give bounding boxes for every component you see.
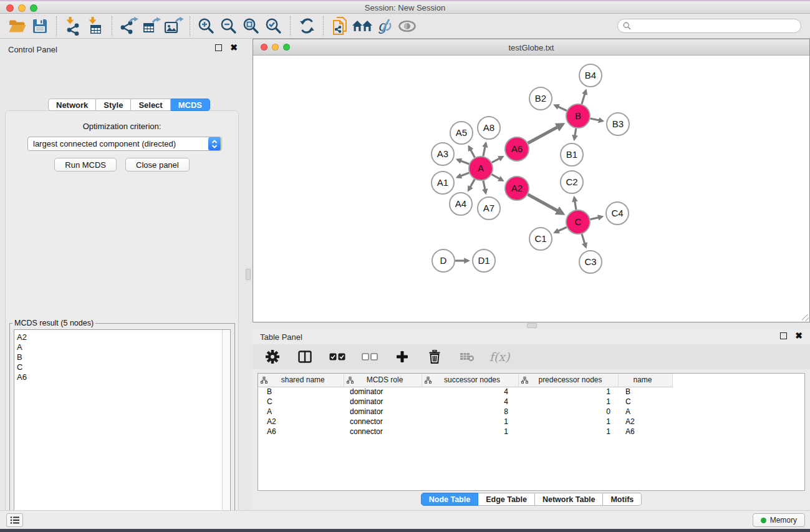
zoom-in-icon[interactable] — [195, 16, 218, 37]
export-network-icon[interactable] — [117, 16, 140, 37]
close-table-panel-icon[interactable]: ✖ — [795, 332, 803, 339]
table-cell[interactable]: B — [618, 387, 672, 397]
table-cell[interactable]: A — [258, 407, 344, 417]
table-cell[interactable]: B — [258, 387, 344, 397]
deselect-all-icon[interactable] — [361, 346, 378, 367]
tab-edge-table[interactable]: Edge Table — [478, 493, 535, 506]
network-file-icon[interactable] — [329, 16, 351, 37]
graph-edge-C-C2[interactable] — [574, 198, 576, 210]
result-item[interactable]: C — [17, 362, 230, 372]
table-cell[interactable]: A6 — [618, 427, 672, 437]
result-item[interactable]: A6 — [17, 372, 230, 382]
table-cell[interactable]: connector — [344, 417, 422, 427]
mcds-result-list[interactable]: A2ABCA6 — [14, 329, 231, 528]
table-row[interactable]: Adominator80A — [258, 407, 805, 417]
graph-edge-A-A7[interactable] — [483, 181, 486, 193]
graph-edge-A-A4[interactable] — [468, 179, 475, 190]
split-columns-icon[interactable] — [296, 346, 314, 367]
table-cell[interactable]: A2 — [618, 417, 672, 427]
close-panel-button[interactable]: Close panel — [125, 158, 190, 172]
result-list-scrollbar[interactable] — [222, 330, 230, 527]
float-panel-icon[interactable] — [215, 44, 222, 51]
table-cell[interactable]: dominator — [344, 397, 422, 407]
column-header-shared-name[interactable]: shared name — [258, 374, 344, 387]
column-header-MCDS-role[interactable]: MCDS role — [344, 374, 422, 387]
memory-button[interactable]: Memory — [753, 513, 805, 527]
graph-edge-A-A3[interactable] — [457, 160, 469, 164]
node-table[interactable]: shared nameMCDS rolesuccessor nodesprede… — [258, 374, 805, 437]
table-cell[interactable]: 1 — [518, 387, 618, 397]
table-cell[interactable]: C — [618, 397, 672, 407]
table-row[interactable]: Cdominator41C — [258, 397, 805, 407]
table-cell[interactable]: 1 — [422, 417, 518, 427]
tab-node-table[interactable]: Node Table — [421, 493, 478, 506]
table-row[interactable]: A2connector11A2 — [258, 417, 805, 427]
task-history-button[interactable] — [6, 513, 23, 527]
save-session-icon[interactable] — [29, 16, 51, 37]
table-cell[interactable]: 1 — [422, 427, 518, 437]
column-header-predecessor-nodes[interactable]: predecessor nodes — [518, 374, 618, 387]
export-table-icon[interactable] — [140, 16, 162, 37]
search-field[interactable] — [617, 19, 801, 33]
delete-table-icon[interactable] — [458, 346, 476, 367]
table-cell[interactable]: dominator — [344, 387, 422, 397]
table-cell[interactable]: 4 — [422, 387, 518, 397]
import-network-icon[interactable] — [62, 16, 84, 37]
gene-annotation-icon[interactable]: g — [374, 16, 396, 37]
tab-network[interactable]: Network — [48, 99, 96, 111]
graph-edge-B-B3[interactable] — [591, 118, 603, 121]
graph-edge-B-B4[interactable] — [582, 90, 586, 104]
table-row[interactable]: Bdominator41B — [258, 387, 805, 397]
resize-grip-icon[interactable] — [802, 314, 809, 321]
table-cell[interactable]: C — [258, 397, 344, 407]
graph-edge-C-C3[interactable] — [582, 234, 586, 247]
export-image-icon[interactable] — [162, 16, 185, 37]
graph-edge-A-A2[interactable] — [492, 175, 503, 181]
tab-network-table[interactable]: Network Table — [535, 493, 604, 506]
delete-icon[interactable] — [426, 346, 443, 367]
add-column-icon[interactable] — [393, 346, 411, 367]
zoom-fit-icon[interactable] — [240, 16, 263, 37]
vertical-split-divider[interactable] — [244, 39, 253, 510]
tab-mcds[interactable]: MCDS — [171, 99, 210, 111]
eye-icon[interactable] — [396, 16, 418, 37]
table-cell[interactable]: 1 — [518, 427, 618, 437]
table-cell[interactable]: A — [618, 407, 672, 417]
graph-edge-C-C1[interactable] — [555, 227, 567, 233]
import-table-icon[interactable] — [84, 16, 107, 37]
zoom-out-icon[interactable] — [218, 16, 240, 37]
table-cell[interactable]: 8 — [422, 407, 518, 417]
table-row[interactable]: A6connector11A6 — [258, 427, 805, 437]
column-header-name[interactable]: name — [618, 374, 672, 387]
graph-edge-B-B1[interactable] — [574, 128, 576, 140]
graph-edge-A-A1[interactable] — [457, 173, 469, 177]
graph-edge-C-C4[interactable] — [591, 216, 602, 219]
network-graph[interactable]: B4B2BB3A5A8A6A3B1AA1C2A2A4A7C4CC1C3DD1 — [253, 56, 809, 322]
graph-edge-A-A8[interactable] — [483, 143, 486, 157]
table-cell[interactable]: 0 — [518, 407, 618, 417]
tab-select[interactable]: Select — [131, 99, 170, 111]
home-icon[interactable] — [351, 16, 374, 37]
node-table-container[interactable]: shared nameMCDS rolesuccessor nodesprede… — [258, 373, 805, 491]
table-cell[interactable]: 1 — [518, 417, 618, 427]
select-all-icon[interactable] — [329, 346, 346, 367]
vertical-split-handle[interactable] — [246, 269, 251, 280]
open-session-icon[interactable] — [6, 16, 29, 37]
network-window-titlebar[interactable]: testGlobe.txt — [253, 39, 809, 56]
table-cell[interactable]: A2 — [258, 417, 344, 427]
graph-edge-A2-C[interactable] — [528, 195, 563, 214]
tab-style[interactable]: Style — [96, 99, 131, 111]
graph-edge-A-A6[interactable] — [492, 157, 503, 162]
table-cell[interactable]: A6 — [258, 427, 344, 437]
refresh-icon[interactable] — [296, 16, 318, 37]
search-input[interactable] — [634, 22, 790, 31]
zoom-selected-icon[interactable] — [263, 16, 285, 37]
optimization-criterion-dropdown[interactable]: largest connected component (directed) — [27, 137, 222, 151]
column-header-successor-nodes[interactable]: successor nodes — [422, 374, 518, 387]
result-item[interactable]: A2 — [17, 332, 230, 342]
horizontal-split-divider[interactable] — [253, 322, 810, 329]
tab-motifs[interactable]: Motifs — [603, 493, 642, 506]
gear-icon[interactable] — [264, 346, 281, 367]
result-item[interactable]: A — [17, 342, 230, 352]
graph-edge-B-B2[interactable] — [555, 105, 567, 111]
